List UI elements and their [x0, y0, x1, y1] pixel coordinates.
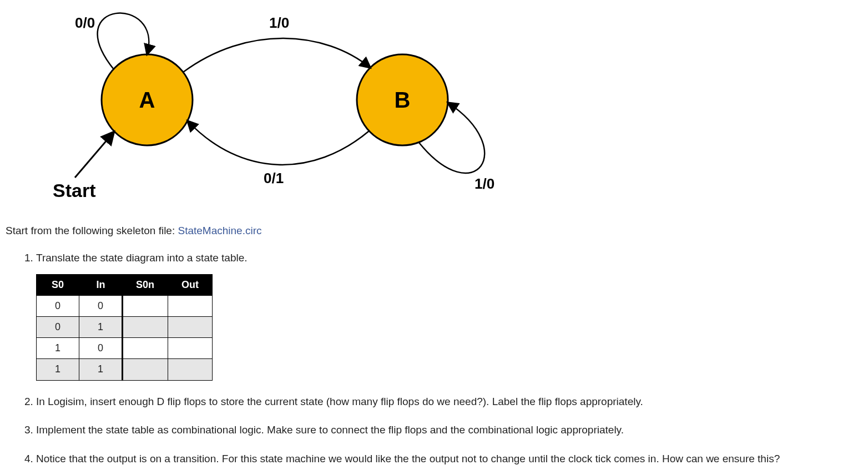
intro-text: Start from the following skeleton file:	[6, 225, 178, 236]
edge-b-to-a	[188, 121, 369, 165]
cell: 0	[79, 338, 123, 359]
cell	[168, 359, 213, 380]
cell	[168, 338, 213, 359]
edge-a-loop-label: 0/0	[75, 14, 95, 31]
cell: 1	[79, 316, 123, 337]
cell: 1	[79, 359, 123, 380]
step-1-text: Translate the state diagram into a state…	[36, 252, 248, 264]
state-table: S0 In S0n Out 0 0 0 1	[36, 274, 213, 381]
cell: 1	[37, 338, 79, 359]
step-2: In Logisim, insert enough D flip flops t…	[36, 395, 862, 410]
edge-b-loop-label: 1/0	[475, 175, 494, 192]
step-3: Implement the state table as combination…	[36, 423, 862, 438]
edge-a-to-b	[183, 38, 370, 72]
cell: 0	[37, 295, 79, 316]
step-1: Translate the state diagram into a state…	[36, 251, 862, 381]
skeleton-file-link[interactable]: StateMachine.circ	[178, 225, 261, 236]
table-row: 1 0	[37, 338, 213, 359]
cell: 1	[37, 359, 79, 380]
edge-start	[75, 132, 114, 178]
cell	[123, 359, 168, 380]
th-in: In	[79, 274, 123, 295]
state-a-label: A	[139, 88, 155, 112]
state-diagram: A B 0/0 1/0 0/1 1/0 Start	[36, 11, 862, 208]
cell	[123, 295, 168, 316]
step-4: Notice that the output is on a transitio…	[36, 452, 862, 467]
steps-list: Translate the state diagram into a state…	[6, 251, 862, 466]
cell	[123, 338, 168, 359]
cell	[123, 316, 168, 337]
table-row: 0 0	[37, 295, 213, 316]
table-row: 1 1	[37, 359, 213, 380]
intro-paragraph: Start from the following skeleton file: …	[6, 225, 862, 237]
th-s0: S0	[37, 274, 79, 295]
cell	[168, 316, 213, 337]
cell	[168, 295, 213, 316]
table-row: 0 1	[37, 316, 213, 337]
cell: 0	[79, 295, 123, 316]
edge-a-to-b-label: 1/0	[269, 14, 289, 31]
th-out: Out	[168, 274, 213, 295]
th-s0n: S0n	[123, 274, 168, 295]
cell: 0	[37, 316, 79, 337]
edge-b-to-a-label: 0/1	[264, 170, 284, 186]
start-label: Start	[53, 180, 95, 201]
state-b-label: B	[395, 88, 411, 112]
